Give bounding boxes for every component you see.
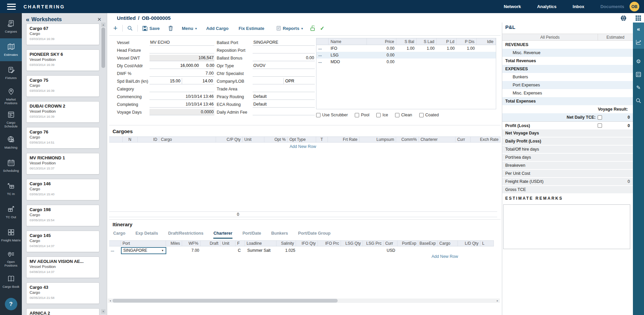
close-icon[interactable]: ✕ [95, 16, 103, 23]
tab-cargo[interactable]: Cargo [113, 231, 125, 238]
bunker-value-cell[interactable]: 0.00 [367, 46, 396, 51]
nav-network[interactable]: Network [504, 4, 521, 9]
bunker-value-cell[interactable]: 0.00 [367, 60, 396, 64]
itinerary-add-new-row[interactable]: Add New Row [425, 254, 465, 259]
field-ballast-port[interactable]: SINGAPORE [253, 39, 315, 46]
tab-exp-details[interactable]: Exp Details [135, 231, 158, 238]
field-completing[interactable]: 10/10/14 13:46 [149, 101, 214, 108]
itinerary-cell-port[interactable]: SINGAPORE▼ [121, 247, 166, 254]
row-handle-icon[interactable]: ••• [109, 248, 121, 253]
pnl-chart-icon[interactable] [633, 36, 644, 49]
worksheet-card[interactable]: Cargo 75Cargo03/03/2014 16:39 [26, 75, 99, 97]
bunker-value-cell[interactable]: 0.00 [367, 53, 396, 57]
sidebar-item-cargo-schedule[interactable]: Cargo Schedule [0, 108, 22, 131]
tab-port-date[interactable]: Port/Date [243, 231, 261, 238]
bunker-value-cell[interactable]: 1.00 [437, 46, 457, 51]
row-handle-icon[interactable]: ••• [316, 60, 329, 64]
field-reposition-port[interactable] [253, 47, 315, 53]
checkbox-clean[interactable] [395, 113, 399, 117]
bunker-name-cell[interactable]: IFO [329, 46, 367, 51]
field-value-1[interactable]: 15.00 [149, 78, 182, 84]
field-piracy-routing[interactable]: Default [253, 93, 315, 100]
field-value-1[interactable] [253, 78, 284, 84]
globe-icon[interactable] [620, 15, 627, 21]
estimate-remarks-box[interactable] [503, 204, 630, 249]
checklist-icon[interactable] [633, 68, 644, 81]
bunker-value-cell[interactable]: 1.00 [457, 46, 477, 51]
worksheet-card[interactable]: Cargo 146Cargo03/06/2014 15:40 [26, 179, 99, 200]
settings-gear-icon[interactable]: ⚙ [633, 55, 644, 68]
scroll-down-icon[interactable]: ▼ [101, 309, 105, 314]
itinerary-cell-salinity[interactable]: 1.025 [277, 248, 297, 253]
bunker-name-cell[interactable]: MDO [329, 60, 367, 64]
field-chtr-specialist[interactable] [253, 70, 315, 77]
field-head-fixture[interactable] [149, 47, 214, 53]
row-handle-icon[interactable]: ••• [316, 53, 329, 57]
worksheet-card[interactable]: MV RICHMOND 1Vessel Position06/13/2014 1… [26, 153, 99, 174]
itinerary-cell-curr[interactable]: USD [385, 248, 399, 253]
port-select[interactable]: SINGAPORE▼ [121, 247, 166, 254]
bunker-value-cell[interactable]: 1.00 [417, 46, 437, 51]
nav-analytics[interactable]: Analytics [537, 4, 557, 9]
menu-button[interactable]: Menu▾ [182, 26, 197, 31]
sidebar-item-estimates[interactable]: Estimates [0, 38, 22, 61]
add-cargo-button[interactable]: Add Cargo [206, 26, 228, 31]
pnl-checkbox[interactable] [598, 123, 602, 128]
tab-bunkers[interactable]: Bunkers [271, 231, 288, 238]
nav-inbox[interactable]: Inbox [573, 4, 585, 9]
field-vessel[interactable]: MV ECHO [149, 39, 214, 46]
worksheet-card[interactable]: Cargo 43Cargo06/05/2014 21:58 [26, 282, 99, 304]
fix-estimate-button[interactable]: Fix Estimate [239, 26, 264, 31]
save-button[interactable]: Save [142, 26, 160, 31]
scroll-up-icon[interactable]: ▲ [101, 23, 105, 27]
worksheet-card[interactable]: MV AEOLIAN VISION AE...Vessel Position04… [26, 257, 99, 278]
search-panel-icon[interactable] [633, 94, 644, 107]
field-category[interactable] [149, 86, 214, 92]
collapse-pnl-icon[interactable]: « [633, 23, 644, 36]
worksheets-scrollbar[interactable]: ▲ ▼ [101, 23, 105, 314]
tab-draft-restrictions[interactable]: Draft/Restrictions [168, 231, 204, 238]
field-dwf[interactable]: 7.00 [149, 70, 214, 77]
field-ballast-bonus[interactable]: 0.00 [253, 55, 315, 61]
hscroll-thumb[interactable] [113, 299, 338, 303]
worksheet-card[interactable]: PIONEER SKY 6Vessel Position03/03/2014 1… [26, 49, 99, 71]
user-avatar[interactable]: OB [630, 2, 639, 11]
field-value-2[interactable]: OPR [284, 78, 315, 84]
delete-button[interactable] [168, 26, 173, 31]
worksheet-card[interactable]: Cargo 198Cargo03/05/2014 15:54 [26, 205, 99, 226]
cargoes-add-new-row[interactable]: Add New Row [107, 144, 499, 149]
sidebar-item-cargo-book[interactable]: Cargo Book [0, 270, 22, 293]
pnl-period-header[interactable]: All Periods [502, 34, 598, 40]
search-button[interactable] [127, 26, 133, 31]
grid-view-icon[interactable] [635, 15, 641, 21]
reports-button[interactable]: Reports▾ [276, 26, 303, 31]
worksheet-card[interactable]: DUBAI CROWN 2Vessel Position03/03/2014 1… [26, 101, 99, 123]
tab-port-date-group[interactable]: Port/Date Group [298, 231, 331, 238]
sidebar-item-freight-matrix[interactable]: Freight Matrix [0, 224, 22, 247]
itinerary-cell-wf[interactable]: 7.00 [182, 248, 201, 253]
tab-charterer[interactable]: Charterer [213, 231, 232, 239]
unlocked-icon[interactable] [310, 26, 315, 31]
field-trade-area[interactable] [253, 86, 315, 92]
worksheet-card[interactable]: Cargo 145Cargo04/08/2014 14:37 [26, 231, 99, 252]
sidebar-item-tc-in[interactable]: TC In [0, 178, 22, 200]
scrollbar-thumb[interactable] [101, 28, 105, 68]
sidebar-item-matching[interactable]: Matching [0, 131, 22, 154]
checkbox-coated[interactable] [419, 113, 424, 117]
checkbox-use-scrubber[interactable] [316, 113, 320, 117]
field-dly-cost-addr[interactable]: 16,000.000.00 [149, 63, 214, 69]
collapse-panel-icon[interactable]: « [26, 16, 30, 23]
hamburger-menu-icon[interactable] [7, 4, 16, 10]
sidebar-item-tc-out[interactable]: TC Out [0, 201, 22, 224]
worksheet-card[interactable]: Cargo 67Cargo03/03/2014 16:39 [26, 24, 99, 45]
sidebar-item-fixtures[interactable]: Fixtures [0, 62, 22, 84]
scroll-left-icon[interactable]: ◄ [108, 299, 113, 303]
itinerary-cell-f[interactable]: C [236, 248, 246, 253]
sidebar-item-scheduling[interactable]: Scheduling [0, 154, 22, 177]
field-opr-type[interactable]: OVOV [253, 63, 315, 69]
sidebar-item-market-positions[interactable]: Market Positions [0, 85, 22, 108]
worksheet-card[interactable]: Cargo 76Cargo03/06/2014 14:51 [26, 127, 99, 149]
itinerary-cell-loadline[interactable]: Summer Salt [246, 248, 277, 253]
field-value-2[interactable]: 14.00 [182, 78, 214, 84]
sidebar-item-open-positions[interactable]: Open Positions [0, 247, 22, 270]
